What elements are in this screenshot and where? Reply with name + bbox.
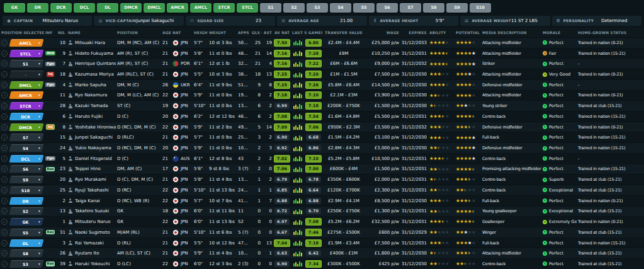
col-header-gls[interactable]: GLS▼ xyxy=(251,31,262,35)
position-filter-dcl[interactable]: DCL xyxy=(74,3,95,13)
col-header-transfer-value[interactable]: TRANSFER VALUE xyxy=(322,31,365,35)
position-filter-stcr[interactable]: STCR xyxy=(213,3,235,13)
player-name-cell[interactable]: Naoki Sugimoto xyxy=(67,230,116,235)
player-name-cell[interactable]: Yoshitake Hironiwa xyxy=(67,125,116,130)
col-header-ast[interactable]: AST xyxy=(262,31,273,35)
col-header-home-grown-status[interactable]: HOME-GROWN STATUS xyxy=(577,31,644,35)
table-row[interactable]: ✓S2▾13Takahiro SuzukiGK18JPN6'0"11 st 11… xyxy=(0,207,644,217)
position-selected-dropdown[interactable]: S6▾ xyxy=(9,165,44,173)
position-selected-dropdown[interactable]: S2▾ xyxy=(9,207,44,215)
col-header-media-description[interactable]: MEDIA DESCRIPTION xyxy=(481,31,541,35)
position-filter-s9[interactable]: S9 xyxy=(446,3,468,13)
row-select[interactable]: ✓ xyxy=(0,250,9,256)
table-row[interactable]: ✓S4▾24Yukio NakayamaD (RC), DM, M (C)20J… xyxy=(0,143,644,154)
table-row[interactable]: ✓S3▾Res39Haruki YokouchiD (LC)22JPN6'0"1… xyxy=(0,259,644,269)
row-select[interactable]: ✓ xyxy=(0,50,9,57)
table-row[interactable]: ✓DMCR▾Inj8Yoshitake HironiwaD (RC), DM, … xyxy=(0,122,644,133)
position-filter-stcl[interactable]: STCL xyxy=(237,3,258,13)
table-row[interactable]: ✓DCR▾6Haruto FujikiD (C)20JPN6'2"12 st 1… xyxy=(0,112,644,122)
row-select[interactable]: ✓ xyxy=(0,198,9,204)
col-header-ability[interactable]: ABILITY xyxy=(428,31,455,35)
table-row[interactable]: ✓S1▾Fgn7Henrique QuintaneiroAM (R), ST (… xyxy=(0,59,644,69)
player-name-cell[interactable]: Mitsuteru Naruo xyxy=(67,219,116,224)
position-selected-dropdown[interactable]: DCR▾ xyxy=(9,113,44,120)
player-name-cell[interactable]: Junpei Sakaguchi xyxy=(67,135,116,140)
position-filter-s2[interactable]: S2 xyxy=(283,3,305,13)
position-selected-dropdown[interactable]: S10▾ xyxy=(9,186,44,194)
col-header-position[interactable]: POSITION xyxy=(116,31,161,35)
col-header-wage[interactable]: WAGE xyxy=(365,31,400,35)
player-name-cell[interactable]: Kazumasa Moriya xyxy=(67,72,116,77)
position-selected-dropdown[interactable]: AMCL▾ xyxy=(9,39,44,47)
position-filter-dmcl[interactable]: DMCL xyxy=(144,3,165,13)
table-row[interactable]: ✓S5▾Res31Naoki SugimotoM/AM (RL)21JPN5'1… xyxy=(0,227,644,238)
table-row[interactable]: ✓S8▾26Ryutaro ItoAM (LC), ST (C)21JPN5'9… xyxy=(0,248,644,259)
col-header-av-rat[interactable]: AV RAT xyxy=(273,31,291,35)
position-filter-dcr[interactable]: DCR xyxy=(50,3,72,13)
row-select[interactable]: ✓ xyxy=(0,261,9,267)
row-select[interactable]: ✓ xyxy=(0,229,9,236)
row-select[interactable]: ✓ xyxy=(0,176,9,183)
position-filter-s6[interactable]: S6 xyxy=(376,3,398,13)
row-select[interactable]: ✓ xyxy=(0,187,9,193)
row-select[interactable]: ✓ xyxy=(0,71,9,77)
position-filter-s10[interactable]: S10 xyxy=(470,3,491,13)
table-row[interactable]: ✓AMCR▾11Ryo NakamuraDM, M (LC), AM (C)22… xyxy=(0,91,644,101)
row-select[interactable]: ✓ xyxy=(0,60,9,67)
player-name-cell[interactable]: Ryuji Takahashi xyxy=(67,188,116,193)
player-name-cell[interactable]: Teppei Hino xyxy=(67,166,116,171)
position-selected-dropdown[interactable]: DR▾ xyxy=(9,197,44,205)
row-select[interactable]: ✓ xyxy=(0,113,9,120)
player-name-cell[interactable]: Marko Sapuha xyxy=(67,83,116,88)
row-select[interactable]: ✓ xyxy=(0,124,9,130)
position-filter-s4[interactable]: S4 xyxy=(330,3,351,13)
position-filter-dr[interactable]: DR xyxy=(27,3,48,13)
position-filter-gk[interactable]: GK xyxy=(4,3,25,13)
position-filter-dl[interactable]: DL xyxy=(97,3,118,13)
table-row[interactable]: ✓-▾Inj18Kazumasa MoriyaAM (RLC), ST (C)2… xyxy=(0,69,644,80)
table-row[interactable]: ✓DMCL▾Fgn4Marko SapuhaDM, M (C)26UKR6'4"… xyxy=(0,80,644,91)
player-name-cell[interactable]: Taiga Kanai xyxy=(67,198,116,203)
player-name-cell[interactable]: Daniel Fitzgerald xyxy=(67,156,116,161)
table-row[interactable]: ✓DR▾2Taiga KanaiD (RC), WB (R)22JPN5'7"1… xyxy=(0,196,644,207)
table-row[interactable]: ✓STCR▾28Kazuki YamadaST (C)19JPN5'10"11 … xyxy=(0,101,644,112)
col-header-potential[interactable]: POTENTIAL xyxy=(455,31,481,35)
row-select[interactable]: ✓ xyxy=(0,40,9,46)
col-header-expires[interactable]: EXPIRES xyxy=(400,31,428,35)
table-row[interactable]: ✓DL▾3Rai YamazakiD (RL)21JPN5'5"10 st 12… xyxy=(0,238,644,249)
col-header-morale[interactable]: MORALE xyxy=(541,31,577,35)
position-filter-amcr[interactable]: AMCR xyxy=(167,3,188,13)
player-name-cell[interactable]: Ryo Murakami xyxy=(67,177,116,182)
row-select[interactable]: ✓ xyxy=(0,134,9,140)
position-selected-dropdown[interactable]: S3▾ xyxy=(9,260,44,268)
table-row[interactable]: ✓S6▾Res23Teppei HinoDM, AM (C)17JPN5'6"9… xyxy=(0,164,644,175)
position-selected-dropdown[interactable]: S1▾ xyxy=(9,60,44,67)
player-name-cell[interactable]: Takahiro Suzuki xyxy=(67,209,116,214)
position-selected-dropdown[interactable]: STCL▾ xyxy=(9,50,44,57)
position-selected-dropdown[interactable]: S7▾ xyxy=(9,134,44,141)
row-select[interactable]: ✓ xyxy=(0,240,9,246)
player-name-cell[interactable]: Haruto Fujiki xyxy=(67,114,116,119)
position-filter-s3[interactable]: S3 xyxy=(307,3,328,13)
row-select[interactable]: ✓ xyxy=(0,156,9,162)
position-filter-s5[interactable]: S5 xyxy=(353,3,375,13)
col-header-age[interactable]: AGE xyxy=(161,31,171,35)
table-row[interactable]: ✓AMCL▾10Mitsuaki HaraDM, M (RC), AM (C)2… xyxy=(0,38,644,49)
player-name-cell[interactable]: Ryutaro Ito xyxy=(67,251,116,256)
position-selected-dropdown[interactable]: AMCR▾ xyxy=(9,91,44,99)
position-selected-dropdown[interactable]: S5▾ xyxy=(9,229,44,236)
player-name-cell[interactable]: Henrique Quintaneiro xyxy=(67,61,116,66)
position-filter-dmcr[interactable]: DMCR xyxy=(120,3,142,13)
row-select[interactable]: ✓ xyxy=(0,145,9,151)
table-row[interactable]: ✓S10▾25Ryuji TakahashiD (RC)22JPN5'10"11… xyxy=(0,185,644,196)
position-filter-s7[interactable]: S7 xyxy=(400,3,421,13)
col-header-height[interactable]: HEIGHT xyxy=(193,31,208,35)
table-row[interactable]: ✓S9▾20Ryo MurakamiD (C), DM, M (C)21JPN5… xyxy=(0,175,644,185)
position-selected-dropdown[interactable]: S8▾ xyxy=(9,249,44,257)
position-filter-s1[interactable]: S1 xyxy=(260,3,281,13)
row-select[interactable]: ✓ xyxy=(0,166,9,172)
col-header-name[interactable]: NAME xyxy=(67,31,116,35)
position-selected-dropdown[interactable]: DL▾ xyxy=(9,239,44,247)
position-filter-amcl[interactable]: AMCL xyxy=(190,3,212,13)
col-header-inf[interactable]: INF xyxy=(44,31,57,35)
